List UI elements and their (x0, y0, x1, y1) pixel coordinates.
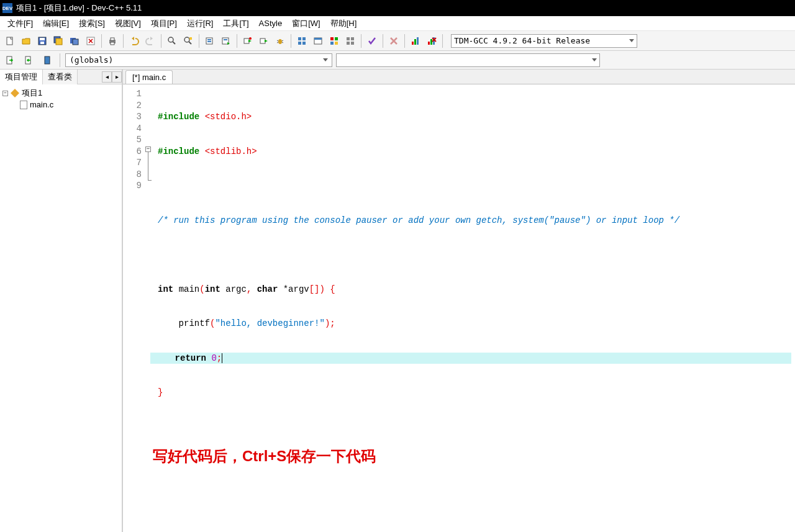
menu-help[interactable]: 帮助[H] (325, 17, 362, 30)
rebuild-icon[interactable] (257, 34, 271, 48)
separator (361, 34, 361, 48)
window-icon[interactable] (311, 34, 325, 48)
separator (237, 34, 237, 48)
svg-rect-16 (189, 37, 192, 40)
svg-point-14 (184, 37, 189, 42)
svg-rect-33 (302, 42, 306, 45)
file-icon (20, 101, 27, 109)
svg-rect-46 (417, 37, 419, 45)
menu-run[interactable]: 运行[R] (182, 17, 219, 30)
chevron-down-icon (592, 58, 597, 61)
line-number: 6 (123, 146, 142, 158)
separator (383, 34, 383, 48)
compile-run-icon[interactable] (240, 34, 255, 48)
save-icon[interactable] (35, 34, 50, 48)
menu-search[interactable]: 搜索[S] (74, 17, 110, 30)
grid-icon[interactable] (294, 34, 309, 48)
svg-rect-3 (40, 42, 44, 44)
svg-rect-30 (298, 37, 301, 40)
new-file-icon[interactable] (2, 34, 17, 48)
grid2-icon[interactable] (343, 34, 358, 48)
run-icon[interactable] (219, 34, 234, 48)
delete-icon[interactable] (386, 34, 401, 48)
svg-rect-0 (7, 37, 12, 45)
save-as-icon[interactable] (67, 34, 82, 48)
tab-next-icon[interactable]: ▸ (112, 71, 122, 83)
svg-point-23 (249, 37, 252, 40)
secondary-toolbar: (globals) (0, 51, 795, 70)
svg-rect-7 (73, 39, 78, 45)
svg-rect-44 (412, 42, 414, 45)
svg-rect-37 (335, 37, 338, 40)
title-bar: DEV 项目1 - [项目1.dev] - Dev-C++ 5.11 (0, 0, 795, 16)
compiler-label: TDM-GCC 4.9.2 64-bit Release (454, 36, 590, 45)
compiler-dropdown[interactable]: TDM-GCC 4.9.2 64-bit Release (451, 34, 637, 48)
sidebar: 项目管理 查看类 ◂ ▸ − 项目1 main.c (0, 70, 123, 532)
redo-icon[interactable] (143, 34, 158, 48)
fold-column: − (145, 84, 154, 422)
menu-view[interactable]: 视图[V] (110, 17, 146, 30)
svg-line-15 (189, 42, 191, 44)
svg-rect-19 (207, 41, 211, 42)
tree-project-node[interactable]: − 项目1 (1, 87, 120, 99)
menu-project[interactable]: 项目[P] (146, 17, 182, 30)
svg-rect-10 (111, 38, 114, 40)
menu-window[interactable]: 窗口[W] (287, 17, 325, 30)
menu-file[interactable]: 文件[F] (2, 17, 38, 30)
print-icon[interactable] (105, 34, 120, 48)
chart-icon[interactable] (408, 34, 423, 48)
svg-line-27 (282, 40, 283, 41)
save-all-icon[interactable] (51, 34, 66, 48)
line-number: 3 (123, 111, 142, 123)
menu-tools[interactable]: 工具[T] (218, 17, 253, 30)
chart-delete-icon[interactable] (424, 34, 439, 48)
member-dropdown[interactable] (336, 53, 600, 67)
line-number: 5 (123, 134, 142, 146)
debug-icon[interactable] (273, 34, 288, 48)
line-number: 2 (123, 100, 142, 112)
code-content[interactable]: #include <stdio.h> #include <stdlib.h> /… (154, 84, 795, 422)
check-icon[interactable] (365, 34, 379, 48)
undo-icon[interactable] (127, 34, 142, 48)
svg-rect-41 (351, 37, 354, 40)
chevron-down-icon (323, 58, 328, 61)
open-icon[interactable] (19, 34, 34, 48)
file-tab[interactable]: [*] main.c (125, 70, 173, 84)
menu-bar: 文件[F] 编辑[E] 搜索[S] 视图[V] 项目[P] 运行[R] 工具[T… (0, 16, 795, 31)
window-title: 项目1 - [项目1.dev] - Dev-C++ 5.11 (16, 2, 142, 14)
file-tab-bar: [*] main.c (123, 70, 795, 84)
goto-icon[interactable] (2, 53, 17, 68)
insert-icon[interactable] (21, 53, 36, 68)
chevron-down-icon (629, 39, 634, 42)
separator (199, 34, 199, 48)
bookmark-icon[interactable] (40, 53, 55, 68)
svg-rect-52 (45, 56, 50, 64)
replace-icon[interactable] (181, 34, 196, 48)
line-number: 1 (123, 88, 142, 100)
menu-edit[interactable]: 编辑[E] (38, 17, 74, 30)
scope-dropdown[interactable]: (globals) (65, 53, 332, 67)
compile-icon[interactable] (202, 34, 217, 48)
collapse-icon[interactable]: − (2, 91, 8, 96)
separator (123, 34, 124, 48)
tab-classes[interactable]: 查看类 (43, 70, 78, 84)
svg-line-26 (277, 40, 278, 41)
svg-rect-31 (302, 37, 306, 40)
separator (291, 34, 291, 48)
svg-rect-5 (56, 38, 62, 45)
close-icon[interactable] (83, 34, 98, 48)
find-icon[interactable] (165, 34, 179, 48)
file-name: main.c (30, 100, 53, 109)
grid4-icon[interactable] (327, 34, 342, 48)
svg-line-29 (282, 42, 283, 43)
svg-point-12 (168, 37, 173, 42)
menu-astyle[interactable]: AStyle (254, 17, 288, 29)
scope-label: (globals) (70, 55, 113, 65)
svg-rect-39 (335, 42, 338, 45)
line-number: 8 (123, 169, 142, 181)
tab-prev-icon[interactable]: ◂ (102, 71, 112, 83)
code-editor[interactable]: 1 2 3 4 5 6 7 8 9 − #include <stdio.h> #… (123, 84, 795, 422)
project-tree: − 项目1 main.c (0, 84, 122, 112)
tab-project[interactable]: 项目管理 (0, 70, 43, 84)
tree-file-node[interactable]: main.c (1, 99, 120, 110)
